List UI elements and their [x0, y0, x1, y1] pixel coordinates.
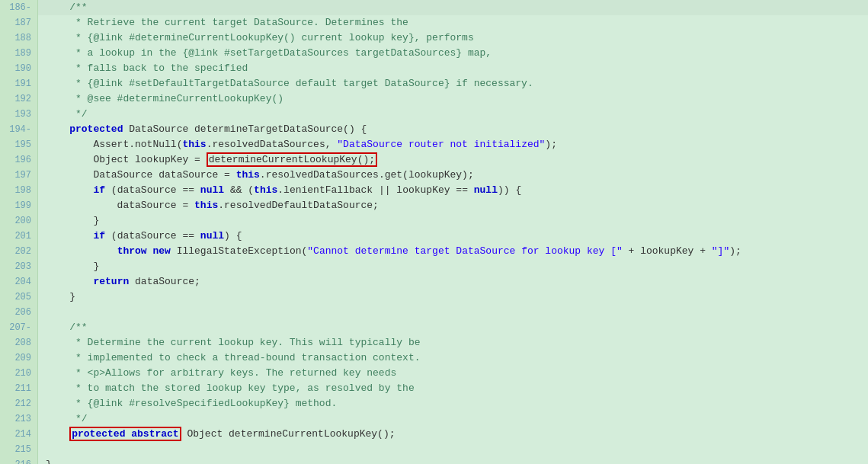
- line-number: 189: [0, 46, 38, 61]
- highlight-box: determineCurrentLookupKey();: [207, 152, 377, 167]
- line-content: Object lookupKey = determineCurrentLooku…: [38, 152, 868, 168]
- code-line: 211 * to match the stored lookup key typ…: [0, 381, 868, 396]
- line-number: 210: [0, 366, 38, 381]
- code-line: 216}: [0, 457, 868, 464]
- line-number: 204: [0, 274, 38, 290]
- line-number: 208: [0, 335, 38, 350]
- line-number: 188: [0, 30, 38, 46]
- line-number: 190: [0, 61, 38, 76]
- line-content: protected DataSource determineTargetData…: [38, 122, 868, 137]
- line-number: 216: [0, 457, 38, 464]
- line-content: /**: [38, 320, 868, 335]
- line-content: }: [38, 213, 868, 229]
- line-content: */: [38, 411, 868, 427]
- line-number: 193: [0, 107, 38, 122]
- line-number: 203: [0, 259, 38, 274]
- line-content: * implemented to check a thread-bound tr…: [38, 350, 868, 366]
- code-line: 190 * falls back to the specified: [0, 61, 868, 76]
- code-line: 199 dataSource = this.resolvedDefaultDat…: [0, 198, 868, 213]
- code-line: 203 }: [0, 259, 868, 274]
- code-line: 198 if (dataSource == null && (this.leni…: [0, 183, 868, 198]
- highlight-box: protected abstract: [69, 427, 181, 441]
- line-number: 192: [0, 91, 38, 107]
- line-content: * to match the stored lookup key type, a…: [38, 381, 868, 396]
- line-content: throw new IllegalStateException("Cannot …: [38, 244, 868, 259]
- line-number: 211: [0, 381, 38, 396]
- code-line: 191 * {@link #setDefaultTargetDataSource…: [0, 76, 868, 91]
- code-line: 188 * {@link #determineCurrentLookupKey(…: [0, 30, 868, 46]
- line-number: 215: [0, 442, 38, 457]
- line-content: * {@link #determineCurrentLookupKey() cu…: [38, 30, 868, 46]
- code-line: 202 throw new IllegalStateException("Can…: [0, 244, 868, 259]
- line-content: * Determine the current lookup key. This…: [38, 335, 868, 350]
- line-content: return dataSource;: [38, 274, 868, 290]
- line-content: protected abstract Object determineCurre…: [38, 427, 868, 442]
- code-line: 206: [0, 305, 868, 320]
- code-line: 193 */: [0, 107, 868, 122]
- code-line: 213 */: [0, 411, 868, 427]
- code-line: 215: [0, 442, 868, 457]
- line-content: dataSource = this.resolvedDefaultDataSou…: [38, 198, 868, 213]
- line-number: 187: [0, 15, 38, 30]
- line-content: if (dataSource == null && (this.lenientF…: [38, 183, 868, 198]
- line-number: 198: [0, 183, 38, 198]
- code-line: 192 * @see #determineCurrentLookupKey(): [0, 91, 868, 107]
- line-number: 214: [0, 427, 38, 442]
- code-line: 196 Object lookupKey = determineCurrentL…: [0, 152, 868, 168]
- code-line: 200 }: [0, 213, 868, 229]
- line-number: 186-: [0, 0, 38, 15]
- line-number: 191: [0, 76, 38, 91]
- line-number: 209: [0, 350, 38, 366]
- line-content: * falls back to the specified: [38, 61, 868, 76]
- line-content: }: [38, 259, 868, 274]
- line-number: 199: [0, 198, 38, 213]
- line-number: 206: [0, 305, 38, 320]
- line-content: * {@link #setDefaultTargetDataSource def…: [38, 76, 868, 91]
- line-content: * a lookup in the {@link #setTargetDataS…: [38, 46, 868, 61]
- line-number: 213: [0, 411, 38, 427]
- code-line: 189 * a lookup in the {@link #setTargetD…: [0, 46, 868, 61]
- line-number: 205: [0, 290, 38, 305]
- line-content: * <p>Allows for arbitrary keys. The retu…: [38, 366, 868, 381]
- code-line: 214 protected abstract Object determineC…: [0, 427, 868, 442]
- code-line: 195 Assert.notNull(this.resolvedDataSour…: [0, 137, 868, 152]
- line-number: 207-: [0, 320, 38, 335]
- line-content: * @see #determineCurrentLookupKey(): [38, 91, 868, 107]
- code-line: 209 * implemented to check a thread-boun…: [0, 350, 868, 366]
- line-content: Assert.notNull(this.resolvedDataSources,…: [38, 137, 868, 152]
- code-line: 210 * <p>Allows for arbitrary keys. The …: [0, 366, 868, 381]
- line-content: DataSource dataSource = this.resolvedDat…: [38, 168, 868, 183]
- line-number: 200: [0, 213, 38, 229]
- code-line: 212 * {@link #resolveSpecifiedLookupKey}…: [0, 396, 868, 411]
- line-number: 202: [0, 244, 38, 259]
- code-line: 205 }: [0, 290, 868, 305]
- code-line: 201 if (dataSource == null) {: [0, 229, 868, 244]
- line-content: * {@link #resolveSpecifiedLookupKey} met…: [38, 396, 868, 411]
- code-line: 207- /**: [0, 320, 868, 335]
- code-line: 186- /**: [0, 0, 868, 15]
- line-content: }: [38, 290, 868, 305]
- line-number: 201: [0, 229, 38, 244]
- line-number: 212: [0, 396, 38, 411]
- code-line: 204 return dataSource;: [0, 274, 868, 290]
- code-line: 197 DataSource dataSource = this.resolve…: [0, 168, 868, 183]
- code-line: 208 * Determine the current lookup key. …: [0, 335, 868, 350]
- code-line: 194- protected DataSource determineTarge…: [0, 122, 868, 137]
- code-line: 187 * Retrieve the current target DataSo…: [0, 15, 868, 30]
- line-number: 196: [0, 152, 38, 168]
- line-number: 194-: [0, 122, 38, 137]
- line-content: /**: [38, 0, 868, 15]
- line-content: }: [38, 457, 868, 464]
- line-content: */: [38, 107, 868, 122]
- line-number: 195: [0, 137, 38, 152]
- line-content: * Retrieve the current target DataSource…: [38, 15, 868, 30]
- line-number: 197: [0, 168, 38, 183]
- line-content: if (dataSource == null) {: [38, 229, 868, 244]
